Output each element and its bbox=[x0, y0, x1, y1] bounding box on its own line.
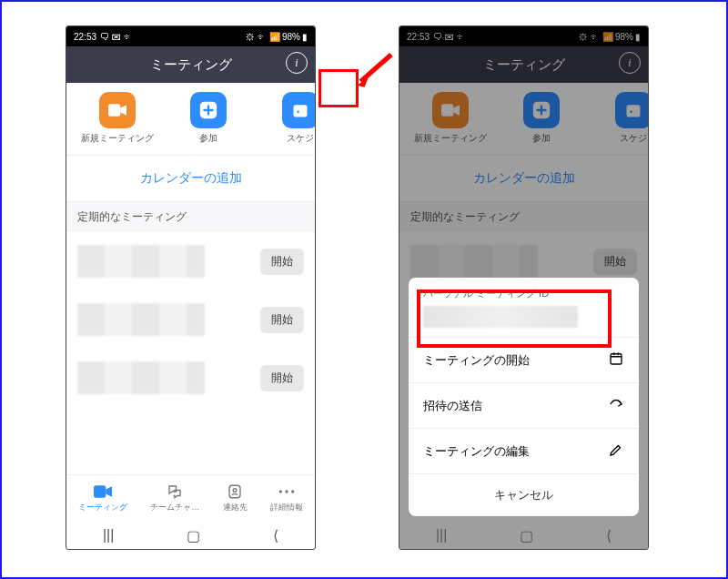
sheet-send-invite[interactable]: 招待の送信 bbox=[409, 382, 639, 428]
bottom-nav: ミーティング チームチャ… 連絡先 詳細情報 bbox=[66, 474, 315, 522]
header-title: ミーティング bbox=[150, 56, 232, 74]
plus-icon bbox=[190, 92, 227, 128]
svg-point-3 bbox=[297, 110, 299, 113]
recurring-section-label: 定期的なミーティング bbox=[66, 202, 315, 232]
recent-apps-icon[interactable]: ||| bbox=[436, 527, 447, 543]
status-time: 22:53 bbox=[74, 32, 96, 42]
home-icon[interactable]: ▢ bbox=[520, 527, 533, 544]
start-button[interactable]: 開始 bbox=[260, 249, 304, 275]
action-sheet: パーソナル ミーティング ID ミーティングの開始 招待の送信 ミーティングの編… bbox=[409, 278, 639, 516]
more-icon bbox=[277, 483, 297, 500]
pencil-icon bbox=[608, 442, 624, 461]
tab-more[interactable]: 詳細情報 bbox=[270, 483, 303, 513]
meeting-row[interactable]: 開始 bbox=[66, 232, 315, 290]
sheet-edit-meeting[interactable]: ミーティングの編集 bbox=[409, 428, 639, 473]
recent-apps-icon[interactable]: ||| bbox=[103, 527, 114, 543]
phone-screenshot-right: 22:53 🗨 ✉ ᯤ ⚙ ᯤ 📶 98% ▮ ミーティングi 新規ミーティング… bbox=[399, 25, 649, 550]
meeting-title-redacted bbox=[77, 303, 205, 336]
join-button[interactable]: 参加 bbox=[172, 92, 245, 145]
battery-icon: ▮ bbox=[302, 32, 308, 42]
svg-rect-2 bbox=[293, 105, 307, 117]
header: ミーティング i bbox=[66, 46, 315, 83]
info-button[interactable]: i bbox=[286, 52, 308, 74]
calendar-icon bbox=[608, 350, 624, 370]
start-button[interactable]: 開始 bbox=[260, 365, 304, 391]
svg-point-7 bbox=[279, 490, 282, 493]
back-icon[interactable]: ⟨ bbox=[606, 527, 612, 544]
meeting-title-redacted bbox=[77, 245, 205, 278]
back-icon[interactable]: ⟨ bbox=[273, 527, 278, 544]
pmi-value-redacted bbox=[423, 306, 578, 328]
schedule-button[interactable]: スケジ bbox=[264, 92, 316, 145]
svg-point-6 bbox=[233, 489, 237, 493]
status-signal-icon: ⚙ ᯤ 📶 bbox=[246, 32, 280, 42]
meeting-row[interactable]: 開始 bbox=[66, 349, 315, 407]
calendar-icon bbox=[282, 92, 316, 128]
svg-point-9 bbox=[291, 490, 294, 493]
start-button[interactable]: 開始 bbox=[260, 307, 304, 333]
camera-icon bbox=[99, 92, 136, 128]
tab-contacts[interactable]: 連絡先 bbox=[223, 483, 248, 513]
status-bar: 22:53 🗨 ✉ ᯤ ⚙ ᯤ 📶 98% ▮ bbox=[66, 26, 315, 46]
new-meeting-button[interactable]: 新規ミーティング bbox=[81, 92, 154, 145]
android-nav: ||| ▢ ⟨ bbox=[66, 522, 315, 549]
sheet-start-meeting[interactable]: ミーティングの開始 bbox=[409, 337, 639, 382]
meeting-title-redacted bbox=[77, 361, 205, 394]
sheet-cancel[interactable]: キャンセル bbox=[409, 473, 639, 516]
status-icons-left: 🗨 ✉ ᯤ bbox=[100, 32, 133, 42]
svg-point-8 bbox=[286, 490, 288, 493]
chat-icon bbox=[165, 483, 185, 500]
tab-meeting[interactable]: ミーティング bbox=[78, 483, 127, 513]
phone-screenshot-left: 22:53 🗨 ✉ ᯤ ⚙ ᯤ 📶 98% ▮ ミーティング i 新規ミーティン… bbox=[66, 25, 316, 550]
add-calendar-link[interactable]: カレンダーの追加 bbox=[66, 156, 315, 202]
pmi-label: パーソナル ミーティング ID bbox=[423, 287, 624, 300]
svg-rect-0 bbox=[108, 104, 120, 116]
status-battery: 98% bbox=[282, 32, 300, 42]
home-icon[interactable]: ▢ bbox=[187, 527, 200, 544]
android-nav: ||| ▢ ⟨ bbox=[399, 522, 648, 549]
annotation-highlight-info bbox=[318, 69, 359, 107]
tab-team-chat[interactable]: チームチャ… bbox=[150, 483, 199, 513]
svg-rect-4 bbox=[94, 485, 106, 497]
camera-icon bbox=[93, 483, 113, 500]
annotation-arrow bbox=[355, 53, 393, 91]
share-icon bbox=[608, 396, 624, 415]
action-row: 新規ミーティング 参加 スケジ bbox=[66, 83, 315, 156]
svg-rect-14 bbox=[611, 354, 622, 364]
meeting-row[interactable]: 開始 bbox=[66, 290, 315, 349]
contacts-icon bbox=[225, 483, 245, 500]
